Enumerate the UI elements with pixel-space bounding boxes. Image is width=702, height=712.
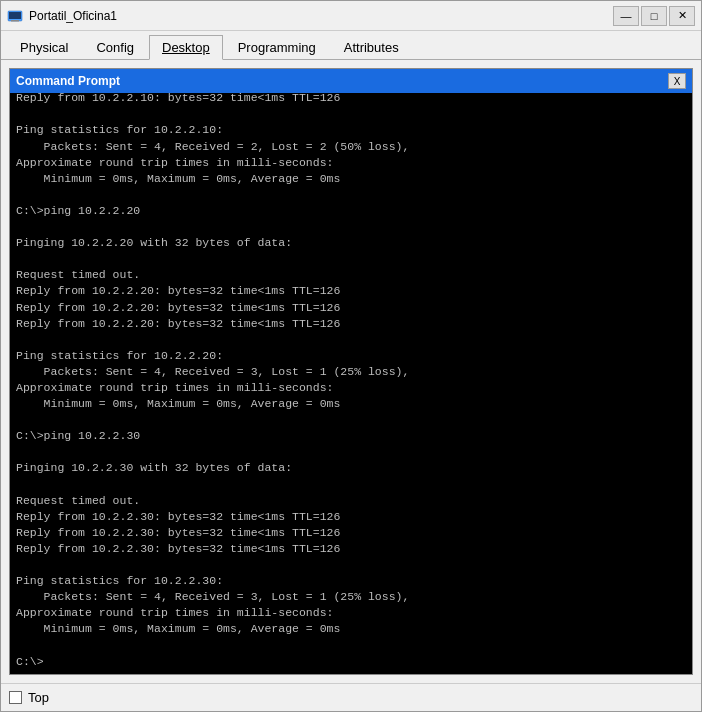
cmd-title-text: Command Prompt [16, 74, 668, 88]
minimize-button[interactable]: — [613, 6, 639, 26]
window-icon [7, 8, 23, 24]
terminal-line: Reply from 10.2.2.20: bytes=32 time<1ms … [16, 300, 686, 316]
content-area: Command Prompt X Request timed out.Reque… [1, 60, 701, 683]
terminal-line: Pinging 10.2.2.20 with 32 bytes of data: [16, 235, 686, 251]
terminal-line: Packets: Sent = 4, Received = 3, Lost = … [16, 589, 686, 605]
terminal-line [16, 187, 686, 203]
terminal-line [16, 444, 686, 460]
window-title: Portatil_Oficina1 [29, 9, 613, 23]
tab-bar: PhysicalConfigDesktopProgrammingAttribut… [1, 31, 701, 60]
terminal-line: Ping statistics for 10.2.2.20: [16, 348, 686, 364]
tab-programming[interactable]: Programming [225, 35, 329, 59]
tab-desktop[interactable]: Desktop [149, 35, 223, 60]
tab-attributes[interactable]: Attributes [331, 35, 412, 59]
terminal-line: Request timed out. [16, 267, 686, 283]
window-controls: — □ ✕ [613, 6, 695, 26]
terminal-line [16, 332, 686, 348]
terminal-line: C:\>ping 10.2.2.20 [16, 203, 686, 219]
tab-physical[interactable]: Physical [7, 35, 81, 59]
top-checkbox[interactable] [9, 691, 22, 704]
terminal-line: Reply from 10.2.2.20: bytes=32 time<1ms … [16, 316, 686, 332]
top-label: Top [28, 690, 49, 705]
terminal-line: Packets: Sent = 4, Received = 2, Lost = … [16, 139, 686, 155]
terminal-line: Approximate round trip times in milli-se… [16, 155, 686, 171]
terminal-line [16, 557, 686, 573]
terminal-line [16, 219, 686, 235]
terminal-line: Reply from 10.2.2.10: bytes=32 time<1ms … [16, 93, 686, 106]
terminal-line [16, 412, 686, 428]
terminal-line: Minimum = 0ms, Maximum = 0ms, Average = … [16, 396, 686, 412]
tab-config[interactable]: Config [83, 35, 147, 59]
terminal-line: Ping statistics for 10.2.2.10: [16, 122, 686, 138]
terminal-line [16, 106, 686, 122]
terminal-line [16, 251, 686, 267]
terminal-line: Pinging 10.2.2.30 with 32 bytes of data: [16, 460, 686, 476]
terminal-line: Minimum = 0ms, Maximum = 0ms, Average = … [16, 171, 686, 187]
terminal-line: Approximate round trip times in milli-se… [16, 380, 686, 396]
cmd-title-bar: Command Prompt X [10, 69, 692, 93]
main-window: Portatil_Oficina1 — □ ✕ PhysicalConfigDe… [0, 0, 702, 712]
terminal-line: Ping statistics for 10.2.2.30: [16, 573, 686, 589]
terminal-line: Minimum = 0ms, Maximum = 0ms, Average = … [16, 621, 686, 637]
terminal-line [16, 477, 686, 493]
terminal-line: Reply from 10.2.2.20: bytes=32 time<1ms … [16, 283, 686, 299]
terminal-line: Reply from 10.2.2.30: bytes=32 time<1ms … [16, 509, 686, 525]
close-button[interactable]: ✕ [669, 6, 695, 26]
terminal-output[interactable]: Request timed out.Request timed out.Repl… [10, 93, 692, 674]
svg-rect-2 [11, 20, 19, 22]
terminal-line: Reply from 10.2.2.30: bytes=32 time<1ms … [16, 541, 686, 557]
bottom-bar: Top [1, 683, 701, 711]
terminal-line: Approximate round trip times in milli-se… [16, 605, 686, 621]
title-bar: Portatil_Oficina1 — □ ✕ [1, 1, 701, 31]
terminal-line [16, 637, 686, 653]
terminal-line: C:\> [16, 654, 686, 670]
terminal-line: C:\>ping 10.2.2.30 [16, 428, 686, 444]
svg-rect-1 [9, 12, 21, 19]
terminal-line: Packets: Sent = 4, Received = 3, Lost = … [16, 364, 686, 380]
maximize-button[interactable]: □ [641, 6, 667, 26]
cmd-close-button[interactable]: X [668, 73, 686, 89]
terminal-line: Request timed out. [16, 493, 686, 509]
terminal-line: Reply from 10.2.2.30: bytes=32 time<1ms … [16, 525, 686, 541]
command-prompt-window: Command Prompt X Request timed out.Reque… [9, 68, 693, 675]
